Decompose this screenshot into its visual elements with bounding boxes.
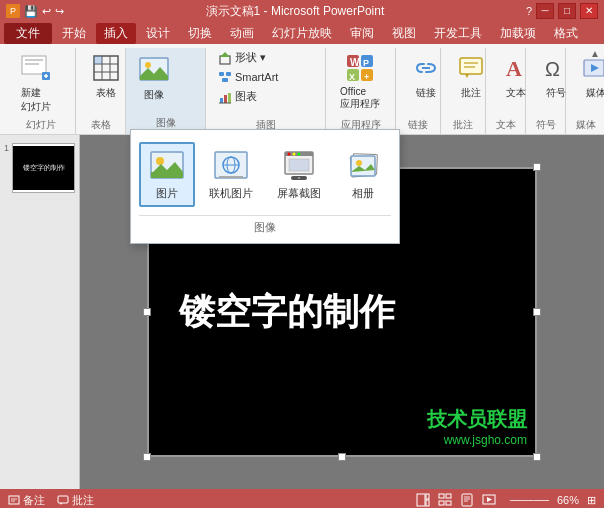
slide-item-1[interactable]: 1 镂空字的制作 <box>4 143 75 193</box>
ribbon-collapse-button[interactable]: ▲ <box>590 48 600 59</box>
media-group-label: 媒体 <box>574 118 597 134</box>
link-label: 链接 <box>416 86 436 100</box>
shape-button[interactable]: 形状 ▾ <box>214 48 282 67</box>
text-label: 文本 <box>506 86 526 100</box>
image-main-button[interactable]: 图像 <box>132 50 176 106</box>
menu-transition[interactable]: 切换 <box>180 23 220 44</box>
album-button[interactable]: 相册 <box>335 142 391 207</box>
fit-slide-button[interactable]: ⊞ <box>587 494 596 507</box>
menu-view[interactable]: 视图 <box>384 23 424 44</box>
slide-sorter-icon[interactable] <box>438 493 452 507</box>
svg-marker-68 <box>60 503 62 505</box>
file-menu[interactable]: 文件 <box>4 23 52 44</box>
close-button[interactable]: ✕ <box>580 3 598 19</box>
svg-rect-73 <box>446 494 451 498</box>
screenshot-icon <box>281 148 317 184</box>
table-label: 表格 <box>96 86 116 100</box>
illustration-buttons: 形状 ▾ SmartArt 图表 <box>214 48 282 118</box>
svg-rect-19 <box>222 78 228 82</box>
slide-thumbnail[interactable]: 镂空字的制作 <box>12 143 75 193</box>
menu-addins[interactable]: 加载项 <box>492 23 544 44</box>
menu-insert[interactable]: 插入 <box>96 23 136 44</box>
svg-rect-46 <box>151 172 183 178</box>
comment-status-button[interactable]: 批注 <box>57 493 94 508</box>
slide-thumb-text: 镂空字的制作 <box>23 163 65 173</box>
new-slide-icon <box>20 52 52 84</box>
smartart-button[interactable]: SmartArt <box>214 68 282 86</box>
screenshot-button[interactable]: 屏幕截图 <box>267 142 331 207</box>
ribbon-group-text: A 文本 文本 <box>486 48 526 134</box>
svg-point-63 <box>356 160 362 166</box>
menu-developer[interactable]: 开发工具 <box>426 23 490 44</box>
svg-marker-34 <box>465 74 469 78</box>
slides-buttons: 新建幻灯片 <box>14 48 58 118</box>
ribbon-group-illustrations: 形状 ▾ SmartArt 图表 插图 <box>206 48 326 134</box>
watermark-url: www.jsgho.com <box>427 433 527 447</box>
watermark-text: 技术员联盟 <box>427 406 527 433</box>
watermark: 技术员联盟 www.jsgho.com <box>427 406 527 447</box>
resize-handle-bl[interactable] <box>143 453 151 461</box>
ribbon-group-comments: 批注 批注 <box>441 48 486 134</box>
office-apps-button[interactable]: W P X + Office应用程序 <box>334 48 386 115</box>
zoom-slider[interactable]: ───── <box>510 494 549 506</box>
chart-button[interactable]: 图表 <box>214 87 282 106</box>
menu-design[interactable]: 设计 <box>138 23 178 44</box>
slide-thumb-inner: 镂空字的制作 <box>13 146 74 190</box>
table-icon <box>90 52 122 84</box>
menu-review[interactable]: 审阅 <box>342 23 382 44</box>
symbol-label: 符号 <box>546 86 566 100</box>
menu-home[interactable]: 开始 <box>54 23 94 44</box>
normal-view-icon[interactable] <box>416 493 430 507</box>
picture-label: 图片 <box>156 186 178 201</box>
chart-label: 图表 <box>235 89 257 104</box>
table-group-label: 表格 <box>84 118 117 134</box>
resize-handle-tr[interactable] <box>533 163 541 171</box>
album-icon <box>345 148 381 184</box>
svg-text:P: P <box>363 58 369 68</box>
new-slide-button[interactable]: 新建幻灯片 <box>14 48 58 118</box>
minimize-button[interactable]: ─ <box>536 3 554 19</box>
symbols-group-label: 符号 <box>534 118 557 134</box>
zoom-level: 66% <box>557 494 579 506</box>
resize-handle-bm[interactable] <box>338 453 346 461</box>
new-slide-label: 新建幻灯片 <box>21 86 51 114</box>
notes-button[interactable]: 备注 <box>8 493 45 508</box>
comment-status-label: 批注 <box>72 493 94 508</box>
svg-rect-74 <box>439 501 444 505</box>
svg-text:W: W <box>350 57 360 68</box>
slideshow-icon[interactable] <box>482 493 496 507</box>
menu-format[interactable]: 格式 <box>546 23 586 44</box>
redo-icon[interactable]: ↪ <box>55 5 64 18</box>
image-main-label: 图像 <box>144 88 164 102</box>
svg-point-55 <box>293 153 296 156</box>
ribbon-group-slides: 新建幻灯片 幻灯片 <box>6 48 76 134</box>
reading-view-icon[interactable] <box>460 493 474 507</box>
shape-icon <box>218 51 232 65</box>
online-picture-button[interactable]: 联机图片 <box>199 142 263 207</box>
picture-button[interactable]: 图片 <box>139 142 195 207</box>
undo-icon[interactable]: ↩ <box>42 5 51 18</box>
table-button[interactable]: 表格 <box>84 48 128 104</box>
quick-save-icon[interactable]: 💾 <box>24 5 38 18</box>
svg-point-13 <box>145 62 151 68</box>
svg-rect-15 <box>220 56 230 64</box>
svg-rect-69 <box>417 494 425 506</box>
svg-rect-51 <box>219 176 243 178</box>
office-apps-label: Office应用程序 <box>340 86 380 111</box>
apps-buttons: W P X + Office应用程序 <box>334 48 386 118</box>
resize-handle-br[interactable] <box>533 453 541 461</box>
restore-button[interactable]: □ <box>558 3 576 19</box>
slide-panel: 1 镂空字的制作 <box>0 135 80 489</box>
menu-slideshow[interactable]: 幻灯片放映 <box>264 23 340 44</box>
screenshot-label: 屏幕截图 <box>277 186 321 201</box>
smartart-icon <box>218 70 232 84</box>
resize-handle-ml[interactable] <box>143 308 151 316</box>
svg-rect-2 <box>25 63 39 65</box>
help-button[interactable]: ? <box>526 5 532 17</box>
image-buttons: 图像 <box>132 50 176 116</box>
menu-animation[interactable]: 动画 <box>222 23 262 44</box>
notes-icon <box>8 494 20 506</box>
resize-handle-mr[interactable] <box>533 308 541 316</box>
svg-rect-33 <box>460 58 482 74</box>
svg-text:A: A <box>506 56 522 81</box>
